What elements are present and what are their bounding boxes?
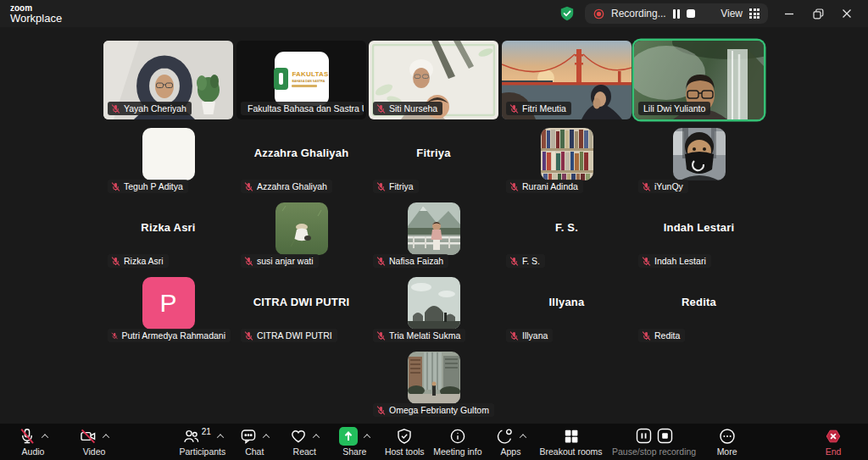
participant-tile-f-s[interactable]: F. S. F. S. bbox=[502, 201, 632, 273]
react-options-chevron-icon[interactable] bbox=[313, 434, 320, 441]
zoom-meeting-window: zoom Workplace Recording... View bbox=[0, 0, 868, 460]
stop-recording-icon[interactable] bbox=[657, 428, 673, 444]
share-button[interactable]: Share bbox=[333, 424, 376, 460]
participant-tile-siti-nurseha[interactable]: Siti Nurseha bbox=[369, 41, 498, 119]
participant-tile-citra-dwi-putri[interactable]: CITRA DWI PUTRI CITRA DWI PUTRI bbox=[236, 275, 366, 347]
mic-muted-icon bbox=[111, 331, 118, 341]
participant-tile-iyunqy[interactable]: iYunQy bbox=[634, 126, 764, 198]
host-tools-label: Host tools bbox=[385, 447, 425, 457]
participant-nameplate: Lili Dwi Yulianto bbox=[638, 102, 710, 115]
participant-name-label: Nafisa Faizah bbox=[389, 256, 443, 266]
mic-muted-icon bbox=[376, 104, 386, 114]
participant-display-name: F. S. bbox=[502, 221, 632, 234]
participant-tile-yayah-cheriyah[interactable]: Yayah Cheriyah bbox=[103, 41, 233, 119]
audio-options-chevron-icon[interactable] bbox=[42, 434, 48, 441]
participant-avatar-image bbox=[673, 128, 726, 180]
participant-name-label: Fitriya bbox=[389, 181, 414, 191]
share-options-chevron-icon[interactable] bbox=[364, 434, 370, 441]
participant-tile-omega-febrianty[interactable]: Omega Febrianty Gultom bbox=[369, 350, 498, 422]
video-button[interactable]: Video bbox=[73, 424, 115, 460]
participant-name-label: Illyana bbox=[522, 330, 548, 341]
recording-pill: Recording... View bbox=[585, 3, 768, 24]
participant-display-name: Redita bbox=[634, 296, 764, 308]
pause-stop-recording-button[interactable]: Pause/stop recording bbox=[610, 424, 698, 460]
meeting-info-button[interactable]: Meeting info bbox=[433, 424, 481, 460]
end-label: End bbox=[826, 447, 842, 457]
participant-tile-susi-anjar-wati[interactable]: susi anjar wati bbox=[236, 201, 366, 273]
security-shield-icon[interactable] bbox=[559, 6, 575, 21]
participant-nameplate: Siti Nurseha bbox=[373, 102, 442, 115]
participant-nameplate: Azzahra Ghaliyah bbox=[241, 180, 332, 193]
participant-tile-rizka-asri[interactable]: Rizka Asri Rizka Asri bbox=[103, 201, 233, 273]
participant-nameplate: Fakultas Bahasa dan Sastra U... bbox=[241, 102, 364, 115]
end-meeting-icon bbox=[825, 428, 842, 445]
audio-button[interactable]: Audio bbox=[12, 424, 54, 460]
participants-button[interactable]: 21 Participants bbox=[179, 424, 225, 460]
participant-avatar-image bbox=[408, 277, 460, 330]
zoom-workplace-logo: zoom Workplace bbox=[10, 3, 62, 25]
mic-muted-icon bbox=[244, 257, 253, 266]
more-button[interactable]: More bbox=[706, 424, 748, 460]
mic-muted-icon bbox=[509, 182, 519, 191]
participant-tile-azzahra-ghaliyah[interactable]: Azzahra Ghaliyah Azzahra Ghaliyah bbox=[236, 126, 366, 198]
chat-options-chevron-icon[interactable] bbox=[263, 434, 270, 441]
participant-display-name: Rizka Asri bbox=[103, 221, 233, 234]
view-grid-icon[interactable] bbox=[749, 8, 760, 19]
participant-tile-illyana[interactable]: Illyana Illyana bbox=[502, 275, 632, 347]
participant-tile-fakultas[interactable]: FAKULTAS BAHASA DAN SASTRA Fakultas Baha… bbox=[236, 41, 366, 119]
chat-button[interactable]: Chat bbox=[233, 424, 275, 460]
participant-nameplate: Rurani Adinda bbox=[506, 180, 583, 193]
end-meeting-button[interactable]: End bbox=[812, 424, 854, 460]
close-button[interactable] bbox=[836, 3, 858, 25]
recording-status-label: Recording... bbox=[611, 8, 666, 19]
participant-name-label: Fitri Meutia bbox=[522, 103, 566, 114]
restore-button[interactable] bbox=[807, 3, 829, 25]
participant-name-label: Tria Melati Sukma bbox=[389, 330, 460, 341]
apps-options-chevron-icon[interactable] bbox=[520, 434, 526, 441]
participant-name-label: iYunQy bbox=[654, 181, 683, 191]
participant-nameplate: Redita bbox=[638, 329, 685, 342]
participant-tile-putri-armedya[interactable]: P Putri Armedya Rahmadani bbox=[103, 275, 233, 347]
participant-name-label: susi anjar wati bbox=[257, 256, 314, 266]
mic-muted-icon bbox=[244, 182, 253, 191]
participant-nameplate: Yayah Cheriyah bbox=[108, 102, 192, 115]
participants-options-chevron-icon[interactable] bbox=[217, 434, 224, 441]
participant-nameplate: susi anjar wati bbox=[241, 254, 319, 268]
react-button[interactable]: React bbox=[283, 424, 326, 460]
video-options-chevron-icon[interactable] bbox=[103, 434, 109, 441]
participant-display-name: Fitriya bbox=[369, 147, 498, 159]
pause-recording-icon[interactable] bbox=[673, 9, 681, 19]
participant-tile-fitriya[interactable]: Fitriya Fitriya bbox=[369, 126, 498, 198]
view-button[interactable]: View bbox=[721, 8, 743, 19]
participant-nameplate: iYunQy bbox=[638, 180, 688, 193]
participant-tile-redita[interactable]: Redita Redita bbox=[634, 275, 764, 347]
apps-button[interactable]: Apps bbox=[489, 424, 531, 460]
participant-tile-teguh-p-aditya[interactable]: Teguh P Aditya bbox=[103, 126, 233, 198]
participant-tile-nafisa-faizah[interactable]: Nafisa Faizah bbox=[369, 201, 498, 273]
pause-recording-icon[interactable] bbox=[636, 428, 652, 444]
pause-stop-recording-label: Pause/stop recording bbox=[612, 447, 696, 457]
heart-icon bbox=[290, 428, 307, 445]
participant-tile-lili-dwi-yulianto[interactable]: Lili Dwi Yulianto bbox=[634, 41, 764, 119]
participant-tile-rurani-adinda[interactable]: Rurani Adinda bbox=[502, 126, 632, 198]
participants-count-badge: 21 bbox=[202, 427, 211, 436]
participant-display-name: Indah Lestari bbox=[634, 221, 764, 234]
participant-name-label: Siti Nurseha bbox=[389, 103, 437, 114]
stop-recording-icon[interactable] bbox=[687, 9, 695, 18]
participant-tile-tria-melati-sukma[interactable]: Tria Melati Sukma bbox=[369, 275, 498, 347]
participant-tile-indah-lestari[interactable]: Indah Lestari Indah Lestari bbox=[634, 201, 764, 273]
participant-nameplate: Omega Febrianty Gultom bbox=[373, 403, 494, 417]
apps-label: Apps bbox=[501, 447, 521, 457]
breakout-rooms-button[interactable]: Breakout rooms bbox=[539, 424, 602, 460]
faculty-logo-line3 bbox=[292, 85, 317, 87]
mic-muted-icon bbox=[376, 331, 386, 341]
record-dot-icon bbox=[593, 8, 604, 19]
participant-avatar-letter: P bbox=[142, 277, 195, 330]
participant-display-name: CITRA DWI PUTRI bbox=[236, 296, 366, 308]
participant-nameplate: Illyana bbox=[506, 329, 553, 342]
participant-tile-fitri-meutia[interactable]: Fitri Meutia bbox=[502, 41, 632, 119]
mic-muted-icon bbox=[509, 331, 519, 341]
mic-muted-icon bbox=[509, 257, 519, 266]
minimize-button[interactable] bbox=[778, 3, 800, 25]
host-tools-button[interactable]: Host tools bbox=[383, 424, 426, 460]
